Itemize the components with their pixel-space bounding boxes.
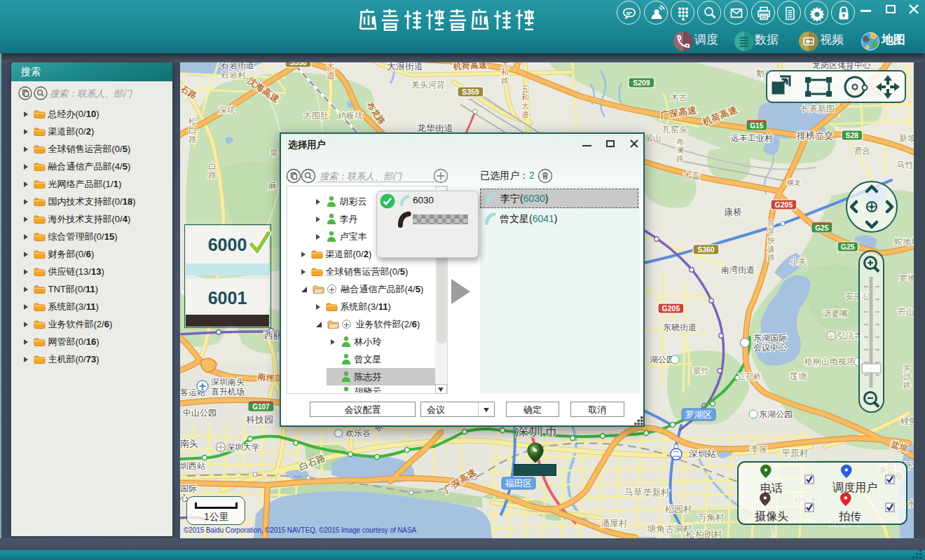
svg-text:石路: 石路 <box>180 83 199 101</box>
svg-text:长表新围: 长表新围 <box>801 104 835 114</box>
svg-text:鲤鱼门: 鲤鱼门 <box>900 416 914 426</box>
svg-text:沥婆嘴: 沥婆嘴 <box>823 308 848 318</box>
svg-text:路: 路 <box>501 76 509 85</box>
svg-text:和: 和 <box>521 93 529 102</box>
svg-text:罗地: 罗地 <box>899 273 914 283</box>
svg-text:路: 路 <box>903 381 911 389</box>
svg-text:圳西站: 圳西站 <box>180 461 205 471</box>
svg-text:广深高速: 广深高速 <box>659 104 697 121</box>
svg-text:大浪街道: 大浪街道 <box>387 62 423 71</box>
svg-text:大: 大 <box>501 62 509 68</box>
svg-text:大盖: 大盖 <box>683 171 700 181</box>
svg-text:S209: S209 <box>633 78 650 87</box>
svg-text:白: 白 <box>189 125 197 135</box>
svg-text:机荷高速: 机荷高速 <box>701 104 739 128</box>
svg-text:S28: S28 <box>845 131 858 139</box>
svg-text:深圳大学: 深圳大学 <box>226 442 260 452</box>
svg-text:路: 路 <box>189 135 197 144</box>
svg-text:旱: 旱 <box>270 148 278 158</box>
svg-text:S358: S358 <box>289 62 307 67</box>
svg-text:东湖公园: 东湖公园 <box>759 409 793 419</box>
svg-text:路: 路 <box>208 170 217 180</box>
svg-text:木古: 木古 <box>670 93 687 102</box>
svg-text:李屋: 李屋 <box>751 444 767 454</box>
svg-text:快: 快 <box>767 236 776 245</box>
svg-text:深圳南头: 深圳南头 <box>211 377 245 387</box>
svg-text:五: 五 <box>521 85 529 93</box>
svg-text:布: 布 <box>676 137 684 146</box>
svg-text:麻: 麻 <box>268 181 277 191</box>
svg-text:留山: 留山 <box>645 133 662 143</box>
svg-text:G25: G25 <box>841 243 855 251</box>
svg-text:科技园: 科技园 <box>246 414 273 425</box>
svg-text:石岩村: 石岩村 <box>220 70 246 80</box>
svg-text:直升机场: 直升机场 <box>211 387 245 397</box>
svg-text:沙: 沙 <box>903 372 912 381</box>
svg-text:机荷高速: 机荷高速 <box>452 62 488 71</box>
svg-text:拍传: 拍传 <box>838 510 861 522</box>
svg-text:平: 平 <box>767 228 775 236</box>
svg-text:东湖国际: 东湖国际 <box>753 333 787 343</box>
svg-text:卍: 卍 <box>828 334 834 340</box>
svg-text:芒山: 芒山 <box>898 307 914 317</box>
svg-text:白: 白 <box>208 161 217 171</box>
svg-text:翠竹: 翠竹 <box>693 367 708 375</box>
svg-text:速: 速 <box>767 245 775 253</box>
svg-text:马草垄新村: 马草垄新村 <box>624 487 670 498</box>
svg-text:横龙: 横龙 <box>787 179 801 186</box>
svg-text:国际: 国际 <box>180 484 197 493</box>
svg-text:龙岗区体育中心: 龙岗区体育中心 <box>812 62 871 70</box>
svg-text:羌头河背: 羌头河背 <box>411 80 445 90</box>
svg-text:平原村: 平原村 <box>781 448 809 458</box>
svg-text:G205: G205 <box>775 200 793 209</box>
svg-text:G25: G25 <box>815 224 828 232</box>
svg-text:梧桐山电视塔: 梧桐山电视塔 <box>804 357 855 367</box>
svg-text:南头: 南头 <box>180 438 198 449</box>
svg-text:G205: G205 <box>662 304 680 313</box>
svg-text:大围肚: 大围肚 <box>303 111 329 121</box>
svg-text:南坪: 南坪 <box>256 371 275 383</box>
svg-text:深坑: 深坑 <box>219 105 235 115</box>
svg-text:莲塘: 莲塘 <box>790 371 807 381</box>
svg-text:松园村: 松园村 <box>664 504 692 514</box>
svg-text:布龙路: 布龙路 <box>364 100 388 127</box>
svg-text:蛇地坑: 蛇地坑 <box>894 237 914 247</box>
svg-text:福田区: 福田区 <box>505 479 532 489</box>
svg-text:松: 松 <box>189 116 197 126</box>
svg-text:摄像头: 摄像头 <box>755 510 788 522</box>
svg-text:远丰工业村: 远丰工业村 <box>731 133 773 143</box>
svg-text:排榜立交: 排榜立交 <box>797 130 833 141</box>
svg-text:大: 大 <box>521 102 529 110</box>
svg-text:和: 和 <box>501 68 509 76</box>
svg-text:丹: 丹 <box>767 219 775 228</box>
svg-text:康桥: 康桥 <box>724 207 742 217</box>
svg-text:新坡: 新坡 <box>899 133 914 143</box>
svg-text:罗湖区: 罗湖区 <box>685 410 712 420</box>
svg-text:道: 道 <box>327 71 335 81</box>
svg-text:G15: G15 <box>750 122 763 130</box>
svg-text:马竹: 马竹 <box>896 160 913 170</box>
svg-text:白石路: 白石路 <box>298 452 328 472</box>
svg-text:罗: 罗 <box>903 364 911 372</box>
svg-text:三孔桥: 三孔桥 <box>738 372 761 381</box>
svg-text:盐坝: 盐坝 <box>889 439 909 453</box>
svg-text:松柏朗村: 松柏朗村 <box>685 529 722 538</box>
svg-text:石岩街道: 石岩街道 <box>220 62 254 70</box>
svg-text:S360: S360 <box>697 245 715 254</box>
svg-text:南湾街道: 南湾街道 <box>721 265 755 275</box>
svg-text:路: 路 <box>676 154 684 163</box>
svg-text:鸡板坑: 鸡板坑 <box>337 111 363 121</box>
svg-text:调度用户: 调度用户 <box>832 482 877 493</box>
svg-text:深圳站: 深圳站 <box>688 449 716 459</box>
svg-text:道: 道 <box>521 110 529 118</box>
svg-text:S359: S359 <box>462 88 479 96</box>
svg-text:小关: 小关 <box>790 257 807 266</box>
svg-text:澜: 澜 <box>676 146 684 154</box>
svg-text:中山公园: 中山公园 <box>183 408 217 418</box>
svg-text:电话: 电话 <box>760 482 783 494</box>
svg-text:瓦窑头: 瓦窑头 <box>662 125 687 135</box>
svg-text:广深高速: 广深高速 <box>441 467 479 496</box>
svg-text:潘屋村: 潘屋村 <box>601 518 628 528</box>
svg-text:欢乐谷: 欢乐谷 <box>345 428 371 438</box>
svg-text:会议中心: 会议中心 <box>753 343 787 353</box>
